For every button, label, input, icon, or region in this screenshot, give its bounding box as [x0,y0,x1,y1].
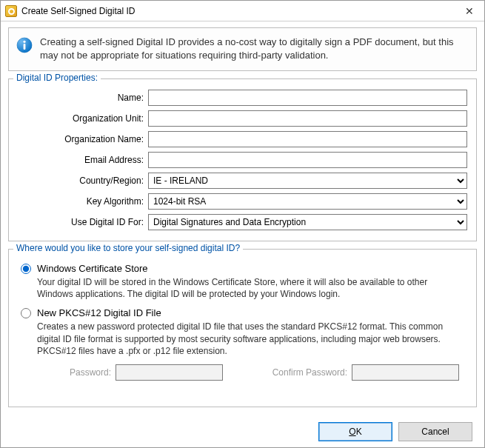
country-select[interactable]: IE - IRELAND [148,173,467,189]
dialog-client-area: Creating a self-signed Digital ID provid… [1,21,484,447]
radio-pkcs12[interactable]: New PKCS#12 Digital ID File [21,307,467,318]
org-name-input[interactable] [148,131,467,147]
email-label: Email Address: [18,155,148,165]
title-bar: Create Self-Signed Digital ID ✕ [1,1,484,21]
key-alg-label: Key Algorithm: [18,196,148,207]
storage-legend: Where would you like to store your self-… [13,243,243,253]
use-for-label: Use Digital ID For: [18,217,148,227]
org-name-label: Organization Name: [18,134,148,144]
password-label: Password: [25,367,113,378]
radio-windows-store[interactable]: Windows Certificate Store [21,263,467,274]
radio-windows-store-label: Windows Certificate Store [37,263,148,274]
storage-option-windows: Windows Certificate Store Your digital I… [21,263,467,300]
close-icon[interactable]: ✕ [455,1,484,21]
info-text: Creating a self-signed Digital ID provid… [40,36,467,61]
svg-rect-3 [24,44,26,50]
password-input[interactable] [116,364,223,381]
ok-button[interactable]: OK [318,422,392,441]
password-row: Password: Confirm Password: [25,364,467,381]
info-icon [16,37,33,53]
country-label: Country/Region: [18,175,148,186]
confirm-password-label: Confirm Password: [258,367,349,378]
use-for-select[interactable]: Digital Signatures and Data Encryption [148,214,467,230]
dialog-button-bar: OK Cancel [8,415,477,447]
properties-group: Digital ID Properties: Name: Organizatio… [8,78,477,241]
app-icon [5,5,17,17]
org-unit-input[interactable] [148,110,467,127]
radio-windows-store-desc: Your digital ID will be stored in the Wi… [37,276,460,300]
storage-group: Where would you like to store your self-… [8,249,477,407]
dialog-window: Create Self-Signed Digital ID ✕ [0,0,485,448]
properties-legend: Digital ID Properties: [13,73,101,83]
org-unit-label: Organization Unit: [18,113,148,124]
window-title: Create Self-Signed Digital ID [21,6,455,16]
radio-pkcs12-input[interactable] [21,308,31,318]
name-label: Name: [18,93,148,103]
radio-pkcs12-label: New PKCS#12 Digital ID File [37,307,161,318]
cancel-button[interactable]: Cancel [398,422,472,441]
email-input[interactable] [148,152,467,168]
key-alg-select[interactable]: 1024-bit RSA [148,193,467,210]
name-input[interactable] [148,90,467,106]
storage-option-pkcs12: New PKCS#12 Digital ID File Creates a ne… [21,307,467,357]
radio-windows-store-input[interactable] [21,264,31,274]
radio-pkcs12-desc: Creates a new password protected digital… [37,321,460,357]
svg-point-2 [23,41,25,43]
confirm-password-input[interactable] [352,364,459,381]
info-panel: Creating a self-signed Digital ID provid… [8,27,477,71]
